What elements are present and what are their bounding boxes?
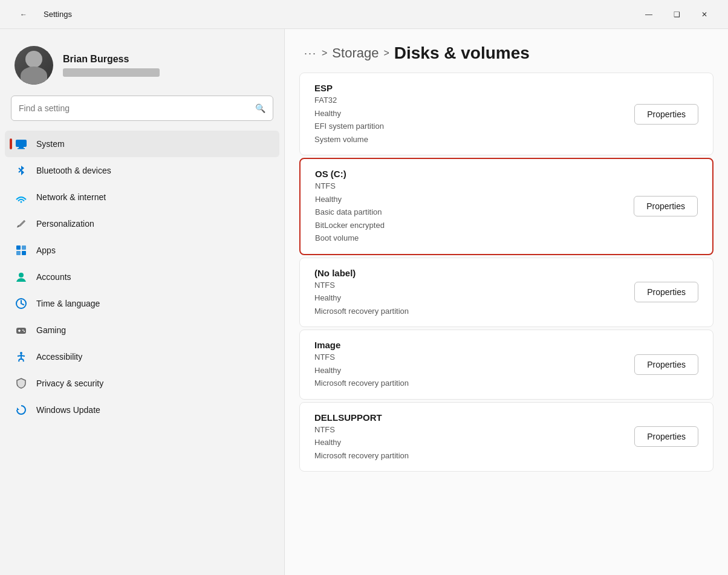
- sidebar-item-gaming-label: Gaming: [36, 325, 66, 335]
- title-bar-left: ← Settings: [10, 5, 72, 24]
- properties-button-esp[interactable]: Properties: [634, 104, 698, 125]
- svg-point-14: [24, 331, 25, 332]
- volume-detail: Microsoft recovery partition: [314, 450, 409, 462]
- sidebar-item-apps-label: Apps: [36, 245, 56, 255]
- volume-detail: EFI system partition: [314, 120, 384, 132]
- volume-detail: BitLocker encrypted: [315, 219, 385, 232]
- volume-detail: Microsoft recovery partition: [314, 377, 409, 389]
- volume-info-os-c: OS (C:)NTFSHealthyBasic data partitionBi…: [315, 169, 385, 244]
- volume-card-image: ImageNTFSHealthyMicrosoft recovery parti…: [299, 330, 713, 400]
- svg-rect-4: [16, 245, 21, 250]
- sidebar-item-bluetooth[interactable]: Bluetooth & devices: [5, 157, 279, 184]
- breadcrumb: ··· > Storage > Disks & volumes: [285, 29, 728, 73]
- volume-detail: Healthy: [314, 292, 409, 304]
- app-body: Brian Burgess 🔍: [0, 29, 728, 575]
- search-box[interactable]: 🔍: [11, 96, 273, 121]
- svg-rect-2: [18, 148, 25, 149]
- user-email: [63, 68, 160, 77]
- personalization-icon: [15, 217, 28, 230]
- sidebar-item-personalization[interactable]: Personalization: [5, 210, 279, 237]
- sidebar-item-accessibility[interactable]: Accessibility: [5, 343, 279, 370]
- svg-rect-1: [19, 147, 24, 148]
- accessibility-icon: [15, 350, 28, 363]
- sidebar-item-system[interactable]: System: [5, 131, 279, 157]
- volume-info-no-label: (No label)NTFSHealthyMicrosoft recovery …: [314, 268, 409, 317]
- search-icon: 🔍: [255, 103, 265, 113]
- sidebar-item-time-label: Time & language: [36, 299, 100, 308]
- main-content: ··· > Storage > Disks & volumes ESPFAT32…: [284, 29, 728, 575]
- bluetooth-icon: [15, 164, 28, 177]
- volume-name-os-c: OS (C:): [315, 169, 385, 179]
- sidebar-item-accessibility-label: Accessibility: [36, 352, 82, 362]
- volume-name-no-label: (No label): [314, 268, 409, 278]
- sidebar-item-update[interactable]: Windows Update: [5, 397, 279, 423]
- svg-rect-6: [16, 251, 21, 255]
- sidebar-item-accounts-label: Accounts: [36, 272, 71, 282]
- sidebar-item-gaming[interactable]: Gaming: [5, 317, 279, 343]
- sidebar-item-privacy[interactable]: Privacy & security: [5, 370, 279, 397]
- properties-button-no-label[interactable]: Properties: [634, 282, 698, 302]
- user-info: Brian Burgess: [63, 54, 160, 77]
- sidebar: Brian Burgess 🔍: [0, 29, 284, 575]
- search-container: 🔍: [0, 96, 284, 128]
- avatar-image: [15, 46, 53, 85]
- svg-point-3: [21, 201, 22, 203]
- volume-detail: Healthy: [314, 365, 409, 377]
- volume-detail: Microsoft recovery partition: [314, 305, 409, 317]
- system-icon: [15, 137, 28, 151]
- volume-info-dellsupport: DELLSUPPORTNTFSHealthyMicrosoft recovery…: [314, 412, 409, 462]
- volume-name-image: Image: [314, 340, 409, 350]
- close-button[interactable]: ✕: [691, 5, 718, 24]
- network-icon: [15, 190, 28, 204]
- svg-point-15: [20, 352, 22, 354]
- user-name: Brian Burgess: [63, 54, 160, 65]
- volume-detail: Basic data partition: [315, 206, 385, 218]
- volume-detail: NTFS: [314, 351, 409, 363]
- volume-detail: NTFS: [315, 180, 385, 192]
- volume-detail: Healthy: [315, 193, 385, 206]
- svg-marker-17: [17, 408, 19, 410]
- volume-name-esp: ESP: [314, 83, 384, 93]
- back-button[interactable]: ←: [10, 5, 37, 24]
- nav-list: System Bluetooth & devices: [0, 128, 284, 426]
- volume-info-esp: ESPFAT32HealthyEFI system partitionSyste…: [314, 83, 384, 145]
- svg-rect-5: [22, 245, 26, 250]
- sidebar-item-bluetooth-label: Bluetooth & devices: [36, 166, 111, 175]
- sidebar-item-network-label: Network & internet: [36, 192, 106, 202]
- volume-card-os-c: OS (C:)NTFSHealthyBasic data partitionBi…: [299, 158, 713, 255]
- volume-info-image: ImageNTFSHealthyMicrosoft recovery parti…: [314, 340, 409, 389]
- sidebar-item-update-label: Windows Update: [36, 405, 100, 415]
- breadcrumb-dots: ···: [304, 47, 317, 60]
- minimize-button[interactable]: —: [635, 5, 663, 24]
- properties-button-os-c[interactable]: Properties: [634, 196, 698, 216]
- breadcrumb-current: Disks & volumes: [394, 44, 530, 63]
- sidebar-item-apps[interactable]: Apps: [5, 237, 279, 264]
- sidebar-item-system-label: System: [36, 139, 65, 149]
- user-section: Brian Burgess: [0, 29, 284, 96]
- search-input[interactable]: [19, 103, 250, 113]
- svg-rect-10: [16, 328, 26, 334]
- breadcrumb-sep2: >: [383, 48, 389, 59]
- active-indicator: [10, 138, 12, 149]
- volume-name-dellsupport: DELLSUPPORT: [314, 412, 409, 423]
- window-controls: — ❑ ✕: [635, 5, 718, 24]
- avatar: [15, 46, 53, 85]
- sidebar-item-personalization-label: Personalization: [36, 219, 94, 229]
- svg-rect-0: [16, 140, 27, 147]
- sidebar-item-network[interactable]: Network & internet: [5, 184, 279, 210]
- properties-button-dellsupport[interactable]: Properties: [634, 426, 698, 447]
- volume-detail: NTFS: [314, 279, 409, 291]
- maximize-button[interactable]: ❑: [663, 5, 691, 24]
- sidebar-item-accounts[interactable]: Accounts: [5, 264, 279, 290]
- breadcrumb-storage[interactable]: Storage: [332, 45, 379, 61]
- properties-button-image[interactable]: Properties: [634, 354, 698, 375]
- svg-point-13: [22, 330, 24, 331]
- volume-detail: Boot volume: [315, 232, 385, 244]
- accounts-icon: [15, 270, 28, 284]
- sidebar-item-time[interactable]: Time & language: [5, 290, 279, 317]
- volume-detail: FAT32: [314, 94, 384, 106]
- volume-detail: NTFS: [314, 424, 409, 436]
- volume-card-esp: ESPFAT32HealthyEFI system partitionSyste…: [299, 73, 713, 155]
- volume-list: ESPFAT32HealthyEFI system partitionSyste…: [285, 73, 728, 575]
- title-bar: ← Settings — ❑ ✕: [0, 0, 728, 29]
